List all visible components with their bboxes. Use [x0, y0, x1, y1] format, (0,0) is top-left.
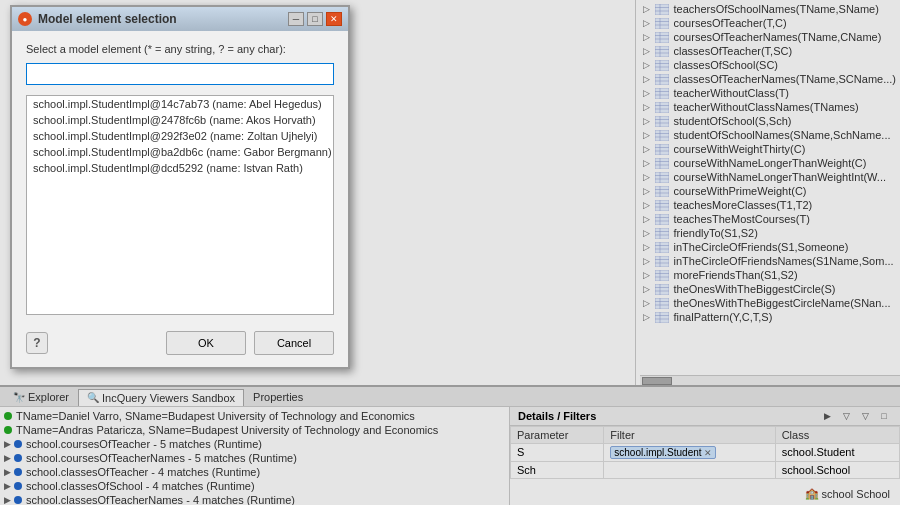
dialog-titlebar: ● Model element selection ─ □ ✕ — [12, 7, 348, 31]
maximize-button[interactable]: □ — [307, 12, 323, 26]
dialog-body: Select a model element (* = any string, … — [12, 31, 348, 367]
list-item[interactable]: school.impl.StudentImpl@14c7ab73 (name: … — [27, 96, 333, 112]
model-element-selection-dialog: ● Model element selection ─ □ ✕ Select a… — [10, 5, 350, 369]
model-element-search-input[interactable] — [26, 63, 334, 85]
minimize-button[interactable]: ─ — [288, 12, 304, 26]
cancel-button[interactable]: Cancel — [254, 331, 334, 355]
list-item[interactable]: school.impl.StudentImpl@dcd5292 (name: I… — [27, 160, 333, 176]
ok-button[interactable]: OK — [166, 331, 246, 355]
dialog-description-label: Select a model element (* = any string, … — [26, 43, 334, 55]
dialog-footer: ? OK Cancel — [26, 327, 334, 355]
list-item[interactable]: school.impl.StudentImpl@292f3e02 (name: … — [27, 128, 333, 144]
dialog-title-controls: ─ □ ✕ — [288, 12, 342, 26]
help-button[interactable]: ? — [26, 332, 48, 354]
dialog-title-text: Model element selection — [38, 12, 177, 26]
dialog-buttons: OK Cancel — [166, 331, 334, 355]
dialog-app-icon: ● — [18, 12, 32, 26]
list-item[interactable]: school.impl.StudentImpl@2478fc6b (name: … — [27, 112, 333, 128]
close-button[interactable]: ✕ — [326, 12, 342, 26]
dialog-element-list[interactable]: school.impl.StudentImpl@14c7ab73 (name: … — [26, 95, 334, 315]
list-item[interactable]: school.impl.StudentImpl@ba2db6c (name: G… — [27, 144, 333, 160]
dialog-title-left: ● Model element selection — [18, 12, 177, 26]
